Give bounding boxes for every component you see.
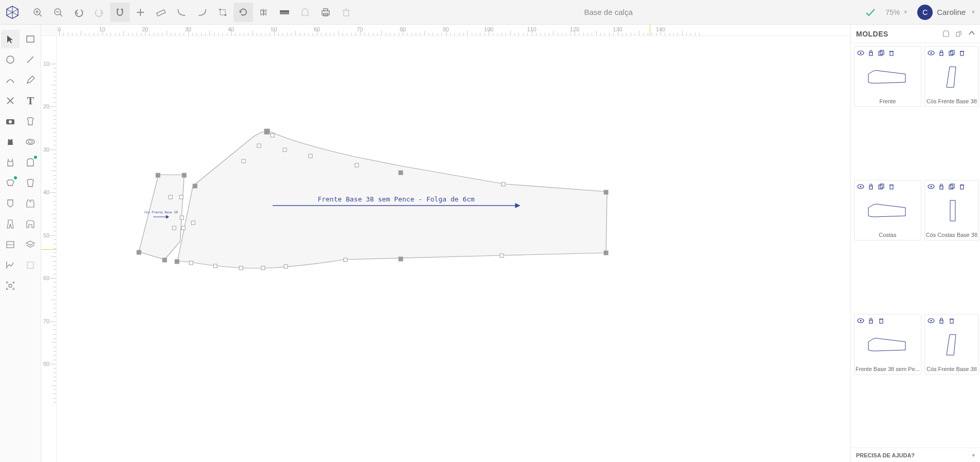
zoom-out-button[interactable]	[48, 3, 68, 22]
blouse-tool[interactable]	[21, 153, 40, 172]
svg-rect-55	[344, 258, 347, 262]
mold-card[interactable]: Cós Frente Base 38	[924, 314, 979, 375]
eye-icon[interactable]	[927, 182, 935, 191]
tape-tool[interactable]	[21, 133, 40, 151]
trash-icon[interactable]	[958, 182, 966, 191]
lock-icon[interactable]	[867, 317, 875, 325]
vest-tool[interactable]	[21, 194, 40, 213]
eye-icon[interactable]	[857, 49, 865, 57]
pants-tool[interactable]	[1, 215, 20, 233]
select-tool[interactable]	[1, 30, 20, 48]
rotate-button[interactable]	[234, 3, 253, 22]
jacket-tool[interactable]	[21, 215, 40, 233]
confirm-button[interactable]	[861, 3, 880, 22]
circle-tool[interactable]	[1, 50, 20, 69]
camera-tool[interactable]	[1, 112, 20, 131]
rectangle-tool[interactable]	[21, 30, 40, 48]
user-menu[interactable]: C Caroline ▼	[917, 5, 976, 20]
pencil-tool[interactable]	[21, 71, 40, 89]
redo-button[interactable]	[90, 3, 109, 22]
delete-button[interactable]	[336, 3, 356, 22]
panel-collapse-icon[interactable]	[969, 30, 975, 38]
curve-b-button[interactable]	[192, 3, 212, 22]
tank-tool[interactable]	[1, 153, 20, 172]
eye-icon[interactable]	[857, 182, 865, 191]
ghost-button[interactable]	[295, 3, 315, 22]
eye-icon[interactable]	[927, 317, 935, 325]
svg-rect-15	[156, 9, 165, 15]
avatar: C	[917, 5, 933, 20]
lock-icon[interactable]	[937, 317, 946, 325]
shirt-tool[interactable]	[21, 112, 40, 131]
collar-tool[interactable]	[1, 174, 20, 192]
copy-icon[interactable]	[948, 182, 956, 191]
line-tool[interactable]	[21, 50, 40, 69]
svg-rect-42	[264, 129, 270, 134]
measure-button[interactable]	[151, 3, 171, 22]
fabric-tool[interactable]	[21, 256, 40, 274]
cut-tool[interactable]	[1, 91, 20, 110]
lock-icon[interactable]	[867, 49, 875, 57]
lock-icon[interactable]	[867, 182, 875, 191]
eye-icon[interactable]	[927, 49, 935, 57]
trash-icon[interactable]	[887, 49, 896, 57]
eye-icon[interactable]	[857, 317, 865, 325]
mold-card[interactable]: Cós Costas Base 38	[924, 180, 979, 241]
circle-icon	[6, 55, 15, 64]
trash-icon[interactable]	[948, 317, 956, 325]
undo-button[interactable]	[69, 3, 88, 22]
curve-tool[interactable]	[1, 71, 20, 89]
sleeve-tool[interactable]	[21, 174, 40, 192]
focus-icon	[5, 281, 15, 291]
app-logo[interactable]	[4, 4, 21, 21]
svg-point-34	[9, 120, 12, 123]
svg-point-92	[860, 186, 862, 188]
copy-icon[interactable]	[877, 49, 885, 57]
trash-icon[interactable]	[877, 317, 885, 325]
canvas-area[interactable]: 0102030405060708090100110120130140 10203…	[41, 25, 850, 462]
trash-icon[interactable]	[887, 182, 896, 191]
lock-icon[interactable]	[937, 182, 946, 191]
mirror-button[interactable]	[254, 3, 274, 22]
copy-icon[interactable]	[948, 49, 956, 57]
trash-icon[interactable]	[958, 49, 966, 57]
help-bar[interactable]: PRECISA DE AJUDA? ▾	[851, 448, 980, 462]
mold-thumb	[925, 191, 978, 231]
pocket-tool[interactable]	[1, 194, 20, 213]
zoom-select[interactable]: 75% ▼	[885, 8, 908, 16]
panel-copy-icon[interactable]	[955, 30, 964, 38]
layers-icon	[25, 240, 35, 249]
indicator-dot	[14, 176, 17, 179]
mold-card[interactable]: Frente	[854, 46, 921, 107]
chevron-down-icon: ▼	[971, 9, 976, 15]
layers-tool[interactable]	[21, 235, 40, 254]
print-button[interactable]	[316, 3, 335, 22]
lock-icon[interactable]	[937, 49, 946, 57]
chart-tool[interactable]	[1, 256, 20, 274]
panel-shirt-icon[interactable]	[942, 30, 950, 38]
mold-card[interactable]: Cós Frente Base 38	[924, 46, 979, 107]
undo-icon	[74, 8, 84, 17]
focus-tool[interactable]	[1, 276, 20, 295]
svg-rect-62	[180, 216, 184, 219]
transform-button[interactable]	[213, 3, 233, 22]
snap-button[interactable]	[110, 3, 130, 22]
add-point-button[interactable]	[131, 3, 150, 22]
seam-button[interactable]	[275, 3, 294, 22]
mold-thumb	[854, 191, 921, 231]
bodice-tool[interactable]	[1, 133, 20, 151]
rectangle-icon	[26, 35, 35, 43]
canvas-viewport[interactable]: Frente Base 38 sem Pence - Folga de 6cm …	[57, 36, 850, 462]
flat-tool[interactable]	[1, 235, 20, 254]
svg-rect-44	[257, 144, 261, 147]
svg-rect-16	[220, 10, 225, 15]
bodice-icon	[6, 137, 15, 146]
curve-a-button[interactable]	[172, 3, 191, 22]
mold-card[interactable]: Costas	[854, 180, 921, 241]
mold-card[interactable]: Frente Base 38 sem Pe...	[854, 314, 921, 375]
copy-icon[interactable]	[877, 182, 885, 191]
document-title[interactable]: Base de calça	[557, 8, 660, 16]
zoom-in-button[interactable]	[28, 3, 47, 22]
text-icon: T	[27, 95, 34, 107]
text-tool[interactable]: T	[21, 91, 40, 110]
